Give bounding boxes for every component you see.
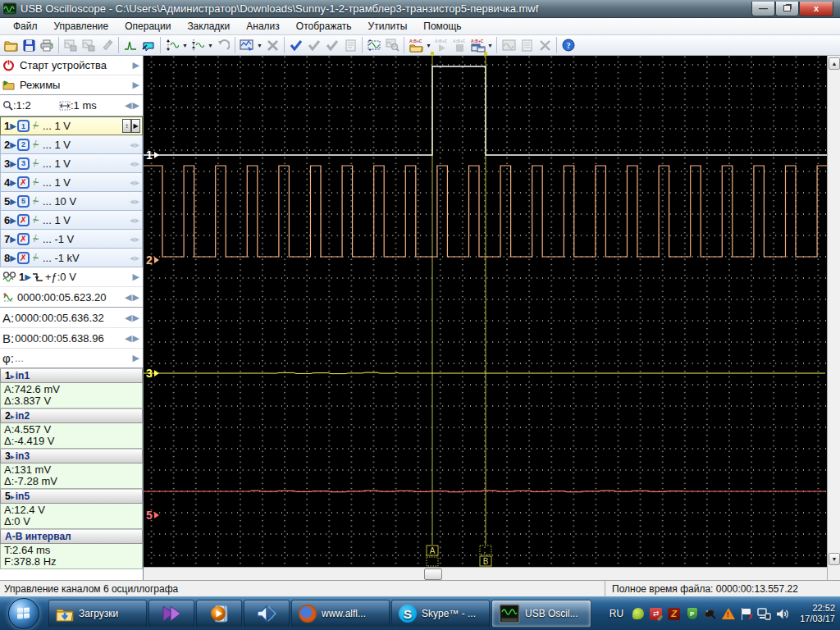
channel-scale-value[interactable]: ... 10 V xyxy=(43,195,76,208)
compress-amplitude-button[interactable] xyxy=(189,37,207,54)
page-export-button[interactable] xyxy=(518,37,536,54)
select-region-button[interactable] xyxy=(365,37,383,54)
cursor-b-time[interactable]: 0000:00:05.638.96 xyxy=(15,332,103,345)
taskbar-clock[interactable]: 22:52 17/03/17 xyxy=(800,603,835,624)
view-mode-button[interactable] xyxy=(238,37,256,54)
timebase-nav-arrows[interactable]: ◀▶ xyxy=(125,100,140,111)
channel-scale-value[interactable]: ... 1 V xyxy=(43,120,71,132)
current-time-value[interactable]: 0000:00:05.623.20 xyxy=(17,291,106,304)
abc-run-button[interactable]: A:B+C xyxy=(432,37,450,54)
undo-button[interactable] xyxy=(214,37,232,54)
channel-marker-2[interactable]: 2 xyxy=(146,253,153,267)
channel-nav-arrows[interactable]: ◂▸ xyxy=(130,253,140,263)
modes-row[interactable]: Режимы ▶ xyxy=(0,75,143,95)
menu-utilities[interactable]: Утилиты xyxy=(360,19,416,34)
channel-scale-value[interactable]: ... -1 kV xyxy=(43,252,80,264)
channel-source-icon[interactable]: 2 xyxy=(17,139,30,151)
start-expand-arrow[interactable]: ▶ xyxy=(133,60,140,71)
time-nav-arrows[interactable]: ◀▶ xyxy=(125,292,140,303)
single-capture-button[interactable] xyxy=(121,37,139,54)
trigger-level-value[interactable]: +ƒ:0 V xyxy=(45,271,76,283)
channel-disabled-icon[interactable]: ✗ xyxy=(17,252,30,264)
channel-row-5[interactable]: 5▶ 5 ~ ... 10 V ◂▸ xyxy=(0,192,143,211)
expand-amplitude-dropdown[interactable]: ▼ xyxy=(181,43,189,48)
channel-marker-1[interactable]: 1 xyxy=(146,148,153,162)
channel-disabled-icon[interactable]: ✗ xyxy=(17,233,30,245)
current-time-row[interactable]: 0000:00:05.623.20 ◀▶ xyxy=(0,287,143,308)
channel-scale-value[interactable]: ... 1 V xyxy=(43,158,71,170)
channel-scale-value[interactable]: ... 1 V xyxy=(43,139,71,151)
cursor-b-nav-arrows[interactable]: ◀▶ xyxy=(125,333,140,344)
save-selection-button[interactable] xyxy=(80,37,98,54)
recheck-down-button[interactable] xyxy=(323,37,341,54)
wave-export-button[interactable] xyxy=(500,37,518,54)
scroll-down-button[interactable]: ▼ xyxy=(829,553,840,565)
cursor-a-handle[interactable] xyxy=(427,557,438,566)
save-fragment-button[interactable] xyxy=(62,37,80,54)
channel-source-icon[interactable]: 5 xyxy=(17,195,30,208)
menu-file[interactable]: Файл xyxy=(5,19,46,34)
abc-window-dropdown[interactable]: ▼ xyxy=(486,43,494,48)
panel-header[interactable]: 2▸in2 xyxy=(0,409,143,423)
minimize-button[interactable]: — xyxy=(751,2,775,16)
channel-nav-arrows[interactable]: ◂▸ xyxy=(130,158,140,169)
menu-operations[interactable]: Операции xyxy=(116,19,179,34)
channel-updown-button[interactable]: ↕ xyxy=(122,119,131,133)
channel-row-2[interactable]: 2▶ 2 ~ ... 1 V ◂▸ xyxy=(0,135,143,154)
channel-nav-arrows[interactable]: ◂▸ xyxy=(130,234,140,244)
channel-nav-arrows[interactable]: ◂▸ xyxy=(130,177,140,188)
panel-header[interactable]: A-B интервал xyxy=(0,529,143,544)
channel-scale-value[interactable]: ... 1 V xyxy=(43,214,71,226)
help-button[interactable]: ? xyxy=(559,37,578,54)
language-indicator[interactable]: RU xyxy=(609,608,623,619)
phase-row[interactable]: φ: ... ▶ xyxy=(0,349,143,368)
warning-icon[interactable]: ! xyxy=(721,607,735,621)
antivirus-lime-icon[interactable] xyxy=(631,607,645,621)
flag-error-icon[interactable]: ✗ xyxy=(739,607,753,621)
edit-fragment-button[interactable] xyxy=(98,37,116,54)
channel-row-7[interactable]: 7▶ ✗ ~ ... -1 V ◂▸ xyxy=(0,230,143,249)
panel-header[interactable]: 3▸in3 xyxy=(0,449,143,463)
close-button[interactable]: x xyxy=(799,2,833,16)
panel-header[interactable]: 1▸in1 xyxy=(0,368,143,383)
abc-open-button[interactable]: A:B+C xyxy=(407,37,425,54)
security-z-icon[interactable]: Z xyxy=(667,607,681,621)
channel-marker-5[interactable]: 5 xyxy=(146,509,153,522)
channel-marker-3[interactable]: 3 xyxy=(146,367,153,380)
channel-disabled-icon[interactable]: ✗ xyxy=(17,176,30,189)
sync-checked-icon[interactable]: ⇄✓ xyxy=(649,607,663,621)
view-mode-dropdown[interactable]: ▼ xyxy=(256,43,263,48)
menu-bookmarks[interactable]: Закладки xyxy=(179,19,238,34)
oscilloscope-display[interactable]: 1235AB xyxy=(144,56,827,567)
taskbar-button-kmplayer[interactable] xyxy=(148,600,194,628)
taskbar-button-volume-mixer[interactable] xyxy=(244,600,290,628)
taskbar-button-skype[interactable]: S Skype™ - ... xyxy=(391,600,490,628)
menu-display[interactable]: Отображать xyxy=(288,19,360,34)
cursor-a-row[interactable]: A: 0000:00:05.636.32 ◀▶ xyxy=(0,308,143,328)
print-button[interactable] xyxy=(38,37,56,54)
tray-volume-icon[interactable] xyxy=(775,607,789,621)
trigger-expand-arrow[interactable]: ▶ xyxy=(133,272,140,282)
cursor-a-nav-arrows[interactable]: ◀▶ xyxy=(125,313,140,323)
menu-help[interactable]: Помощь xyxy=(415,19,469,34)
apply-check-button[interactable] xyxy=(287,37,305,54)
abc-stop-button[interactable]: A:B+C xyxy=(450,37,468,54)
channel-source-icon[interactable]: 1 xyxy=(17,120,30,132)
satellite-icon[interactable] xyxy=(703,607,717,621)
open-file-button[interactable] xyxy=(2,37,20,54)
zoom-selection-button[interactable] xyxy=(383,37,401,54)
taskbar-button-usb-oscilloscope[interactable]: USB Oscil... xyxy=(491,600,591,628)
recheck-up-button[interactable] xyxy=(305,37,323,54)
menu-control[interactable]: Управление xyxy=(46,19,117,34)
channel-disabled-icon[interactable]: ✗ xyxy=(17,214,30,226)
expand-amplitude-button[interactable] xyxy=(163,37,181,54)
channel-scale-value[interactable]: ... 1 V xyxy=(43,176,71,189)
channel-row-8[interactable]: 8▶ ✗ ~ ... -1 kV ◂▸ xyxy=(0,249,143,267)
cursor-b-handle[interactable] xyxy=(480,546,491,555)
channel-row-1[interactable]: 1▶ 1 ~ ... 1 V ↕▶ xyxy=(0,116,143,135)
compress-amplitude-dropdown[interactable]: ▼ xyxy=(207,43,214,48)
horizontal-scrollbar[interactable] xyxy=(144,567,827,580)
timebase-value[interactable]: :1 ms xyxy=(71,99,97,112)
zoom-ratio-value[interactable]: :1:2 xyxy=(13,99,31,112)
channel-nav-arrows[interactable]: ◂▸ xyxy=(130,196,140,207)
